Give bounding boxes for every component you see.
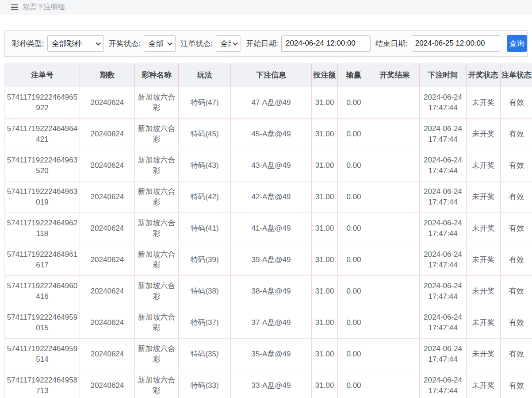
cell-draw-status: 未开奖: [467, 244, 501, 276]
cell-bet-id: 57411719222464963019: [5, 182, 80, 213]
start-date-input[interactable]: [281, 35, 371, 52]
cell-bet-info: 45-A盘@49: [231, 119, 312, 150]
cell-draw-result: [370, 244, 420, 276]
end-date-input[interactable]: [411, 35, 500, 52]
cell-bet-amount: 31.00: [312, 276, 338, 307]
cell-bet-amount: 31.00: [312, 87, 338, 119]
cell-bet-status: 有效: [501, 276, 532, 307]
draw-status-label: 开奖状态:: [109, 39, 141, 49]
bet-status-label: 注单状态:: [180, 39, 213, 49]
cell-lottery-name: 新加坡六合彩: [135, 370, 179, 398]
table-row: 57411719222464965922 20240624 新加坡六合彩 特码(…: [5, 87, 532, 119]
cell-draw-status: 未开奖: [467, 276, 501, 307]
lottery-type-select[interactable]: 全部彩种: [47, 35, 104, 52]
filter-end-date: 结束日期:: [375, 35, 500, 52]
table-row: 57411719222464963019 20240624 新加坡六合彩 特码(…: [5, 182, 532, 213]
cell-bet-status: 有效: [501, 244, 532, 276]
cell-period: 20240624: [80, 87, 135, 119]
cell-draw-status: 未开奖: [467, 182, 501, 213]
hamburger-menu-icon[interactable]: [11, 4, 18, 10]
cell-period: 20240624: [80, 339, 135, 370]
cell-bet-id: 57411719222464961617: [5, 244, 80, 276]
cell-bet-time: 2024-06-24 17:47:44: [420, 339, 467, 370]
cell-bet-info: 47-A盘@49: [231, 87, 312, 119]
col-header-draw-result: 开奖结果: [370, 63, 420, 87]
cell-lottery-name: 新加坡六合彩: [135, 182, 179, 213]
cell-period: 20240624: [80, 182, 135, 213]
table-row: 57411719222464963520 20240624 新加坡六合彩 特码(…: [5, 150, 532, 182]
cell-draw-status: 未开奖: [467, 370, 501, 398]
cell-win-loss: 0.00: [338, 182, 370, 213]
cell-bet-info: 37-A盘@49: [231, 307, 312, 339]
filter-start-date: 开始日期:: [246, 35, 371, 52]
table-header-row: 注单号 期数 彩种名称 玩法 下注信息 投注额 输赢 开奖结果 下注时间 开奖状…: [5, 63, 532, 87]
cell-bet-time: 2024-06-24 17:47:44: [420, 182, 467, 213]
cell-win-loss: 0.00: [338, 87, 370, 119]
cell-win-loss: 0.00: [338, 339, 370, 370]
cell-draw-status: 未开奖: [467, 119, 501, 150]
cell-bet-amount: 31.00: [312, 244, 338, 276]
query-button[interactable]: 查询: [507, 35, 527, 52]
cell-lottery-name: 新加坡六合彩: [135, 276, 179, 307]
cell-bet-time: 2024-06-24 17:47:44: [420, 87, 467, 119]
cell-lottery-name: 新加坡六合彩: [135, 150, 179, 182]
table-row: 57411719222464964421 20240624 新加坡六合彩 特码(…: [5, 119, 532, 150]
table-row: 57411719222464959015 20240624 新加坡六合彩 特码(…: [5, 307, 532, 339]
cell-bet-time: 2024-06-24 17:47:44: [420, 244, 467, 276]
col-header-bet-info: 下注信息: [231, 63, 312, 87]
table-body: 57411719222464965922 20240624 新加坡六合彩 特码(…: [5, 87, 532, 398]
cell-play-type: 特码(47): [179, 87, 231, 119]
cell-bet-amount: 31.00: [312, 119, 338, 150]
filter-bet-status: 注单状态: 全部: [180, 35, 241, 52]
cell-bet-info: 38-A盘@49: [231, 276, 312, 307]
cell-bet-id: 57411719222464962118: [5, 213, 80, 244]
cell-win-loss: 0.00: [338, 213, 370, 244]
cell-win-loss: 0.00: [338, 244, 370, 276]
cell-play-type: 特码(45): [179, 119, 231, 150]
cell-bet-status: 有效: [501, 213, 532, 244]
cell-win-loss: 0.00: [338, 119, 370, 150]
cell-play-type: 特码(35): [179, 339, 231, 370]
cell-bet-status: 有效: [501, 370, 532, 398]
cell-bet-time: 2024-06-24 17:47:44: [420, 150, 467, 182]
cell-lottery-name: 新加坡六合彩: [135, 339, 179, 370]
cell-win-loss: 0.00: [338, 276, 370, 307]
cell-bet-info: 35-A盘@49: [231, 339, 312, 370]
cell-bet-amount: 31.00: [312, 182, 338, 213]
cell-draw-result: [370, 339, 420, 370]
table-row: 57411719222464961617 20240624 新加坡六合彩 特码(…: [5, 244, 532, 276]
cell-bet-info: 43-A盘@49: [231, 150, 312, 182]
cell-play-type: 特码(33): [179, 370, 231, 398]
cell-period: 20240624: [80, 213, 135, 244]
cell-bet-amount: 31.00: [312, 150, 338, 182]
cell-bet-amount: 31.00: [312, 307, 338, 339]
cell-play-type: 特码(37): [179, 307, 231, 339]
filter-panel: 彩种类型: 全部彩种 开奖状态: 全部 注单状态: 全部 开始日期:: [4, 30, 528, 57]
cell-play-type: 特码(41): [179, 213, 231, 244]
cell-lottery-name: 新加坡六合彩: [135, 244, 179, 276]
cell-lottery-name: 新加坡六合彩: [135, 213, 179, 244]
cell-lottery-name: 新加坡六合彩: [135, 307, 179, 339]
col-header-bet-status: 注单状态: [501, 63, 532, 87]
draw-status-select[interactable]: 全部: [144, 35, 176, 52]
cell-draw-result: [370, 307, 420, 339]
cell-play-type: 特码(38): [179, 276, 231, 307]
cell-bet-id: 57411719222464965922: [5, 87, 80, 119]
col-header-draw-status: 开奖状态: [467, 63, 501, 87]
col-header-bet-time: 下注时间: [420, 63, 467, 87]
bet-status-select[interactable]: 全部: [216, 35, 241, 52]
cell-bet-time: 2024-06-24 17:47:44: [420, 370, 467, 398]
cell-bet-id: 57411719222464963520: [5, 150, 80, 182]
cell-period: 20240624: [80, 150, 135, 182]
cell-play-type: 特码(39): [179, 244, 231, 276]
cell-draw-result: [370, 276, 420, 307]
cell-draw-status: 未开奖: [467, 87, 501, 119]
app-header: 彩票下注明细: [0, 0, 532, 15]
cell-bet-time: 2024-06-24 17:47:44: [420, 119, 467, 150]
cell-bet-id: 57411719222464960416: [5, 276, 80, 307]
cell-period: 20240624: [80, 276, 135, 307]
table-row: 57411719222464960416 20240624 新加坡六合彩 特码(…: [5, 276, 532, 307]
cell-bet-status: 有效: [501, 307, 532, 339]
cell-bet-info: 42-A盘@49: [231, 182, 312, 213]
cell-bet-id: 57411719222464964421: [5, 119, 80, 150]
